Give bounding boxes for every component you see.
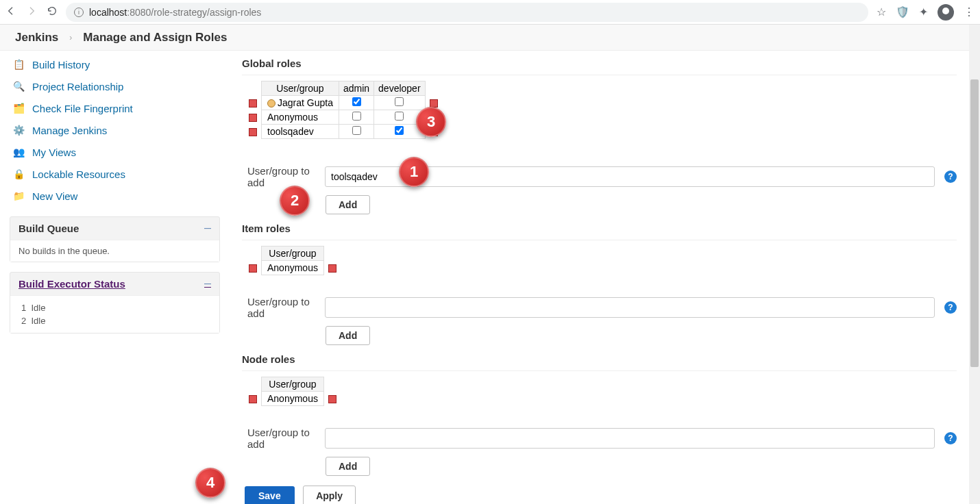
reload-button[interactable] [47, 5, 58, 19]
help-icon[interactable]: ? [944, 171, 957, 183]
vertical-scrollbar[interactable] [969, 25, 980, 504]
global-add-button[interactable]: Add [326, 195, 370, 214]
delete-icon[interactable] [249, 264, 257, 273]
sidebar-item-my-views[interactable]: 👥My Views [10, 141, 220, 163]
apply-button[interactable]: Apply [303, 486, 356, 504]
bookmark-icon[interactable]: ☆ [877, 5, 886, 18]
collapse-icon[interactable]: — [204, 225, 211, 232]
table-row: Anonymous [245, 110, 442, 125]
node-add-button[interactable]: Add [326, 457, 370, 476]
main-content: Global roles User/group admin developer … [230, 51, 980, 504]
admin-checkbox[interactable] [352, 126, 361, 135]
callout-4: 4 [195, 468, 225, 498]
node-roles-table: User/group Anonymous [245, 377, 341, 406]
executor-status-panel: Build Executor Status— 1 Idle 2 Idle [10, 272, 220, 333]
admin-checkbox[interactable] [352, 97, 361, 106]
kebab-menu-icon[interactable]: ⋮ [964, 5, 975, 18]
delete-icon[interactable] [249, 99, 257, 108]
item-add-button[interactable]: Add [326, 326, 370, 345]
breadcrumb: Jenkins › Manage and Assign Roles [0, 25, 980, 51]
table-row: Jagrat Gupta [245, 96, 442, 110]
sidebar-item-new-view[interactable]: 📁New View [10, 185, 220, 207]
item-roles-table: User/group Anonymous [245, 246, 341, 275]
help-icon[interactable]: ? [944, 301, 957, 314]
build-queue-title: Build Queue [19, 223, 79, 234]
col-user-group: User/group [262, 247, 324, 261]
developer-checkbox[interactable] [395, 97, 404, 106]
address-bar[interactable]: i localhost:8080/role-strategy/assign-ro… [66, 3, 868, 22]
col-admin: admin [339, 81, 373, 96]
node-roles-title: Node roles [242, 353, 957, 365]
folder-icon: 📁 [12, 189, 25, 203]
global-roles-title: Global roles [242, 58, 957, 69]
user-icon [267, 99, 275, 108]
breadcrumb-root[interactable]: Jenkins [15, 31, 58, 45]
breadcrumb-current[interactable]: Manage and Assign Roles [83, 31, 227, 45]
scrollbar-thumb[interactable] [970, 79, 979, 367]
developer-checkbox[interactable] [395, 112, 404, 121]
history-icon: 📋 [12, 58, 25, 71]
sidebar-item-project-relationship[interactable]: 🔍Project Relationship [10, 75, 220, 97]
col-developer: developer [374, 81, 426, 96]
delete-icon[interactable] [249, 128, 257, 136]
sidebar-item-fingerprint[interactable]: 🗂️Check File Fingerprint [10, 97, 220, 119]
col-user-group: User/group [262, 377, 324, 392]
callout-3: 3 [416, 107, 446, 137]
shield-icon[interactable]: 🛡️ [896, 5, 909, 18]
col-user-group: User/group [262, 81, 339, 96]
delete-icon[interactable] [328, 395, 336, 403]
item-roles-title: Item roles [242, 223, 957, 234]
breadcrumb-separator-icon: › [69, 33, 72, 42]
build-queue-empty: No builds in the queue. [19, 246, 110, 256]
delete-icon[interactable] [328, 264, 336, 273]
global-roles-table: User/group admin developer Jagrat Gupta … [245, 81, 442, 139]
developer-checkbox[interactable] [395, 126, 404, 135]
save-button[interactable]: Save [245, 486, 295, 504]
callout-1: 1 [399, 157, 429, 187]
sidebar-item-manage-jenkins[interactable]: ⚙️Manage Jenkins [10, 119, 220, 141]
collapse-icon[interactable]: — [204, 280, 211, 288]
callout-2: 2 [280, 186, 310, 216]
back-button[interactable] [5, 5, 16, 19]
table-row: Anonymous [245, 261, 341, 275]
add-user-label: User/group to add [247, 165, 319, 188]
add-user-label: User/group to add [247, 427, 319, 450]
site-info-icon[interactable]: i [74, 8, 84, 17]
users-icon: 👥 [12, 145, 25, 159]
delete-icon[interactable] [249, 114, 257, 122]
item-add-input[interactable] [325, 297, 935, 318]
sidebar-item-lockable-resources[interactable]: 🔒Lockable Resources [10, 163, 220, 185]
executor-status-title[interactable]: Build Executor Status [19, 278, 125, 290]
help-icon[interactable]: ? [944, 432, 957, 444]
forward-button[interactable] [26, 5, 37, 19]
url-host: localhost [89, 7, 127, 18]
delete-icon[interactable] [249, 395, 257, 403]
search-icon: 🔍 [12, 79, 25, 93]
executor-row: 1 Idle [19, 301, 211, 314]
admin-checkbox[interactable] [352, 112, 361, 121]
gear-icon: ⚙️ [12, 123, 25, 137]
sidebar: 📋Build History 🔍Project Relationship 🗂️C… [0, 51, 230, 504]
build-queue-panel: Build Queue— No builds in the queue. [10, 216, 220, 262]
node-add-input[interactable] [325, 428, 935, 449]
add-user-label: User/group to add [247, 296, 319, 319]
executor-row: 2 Idle [19, 314, 211, 327]
browser-toolbar: i localhost:8080/role-strategy/assign-ro… [0, 0, 980, 25]
extensions-icon[interactable]: ✦ [919, 5, 928, 18]
table-row: toolsqadev [245, 125, 442, 139]
fingerprint-icon: 🗂️ [12, 101, 25, 115]
table-row: Anonymous [245, 392, 341, 406]
sidebar-item-build-history[interactable]: 📋Build History [10, 53, 220, 75]
profile-icon[interactable] [938, 4, 954, 21]
lock-icon: 🔒 [12, 167, 25, 181]
